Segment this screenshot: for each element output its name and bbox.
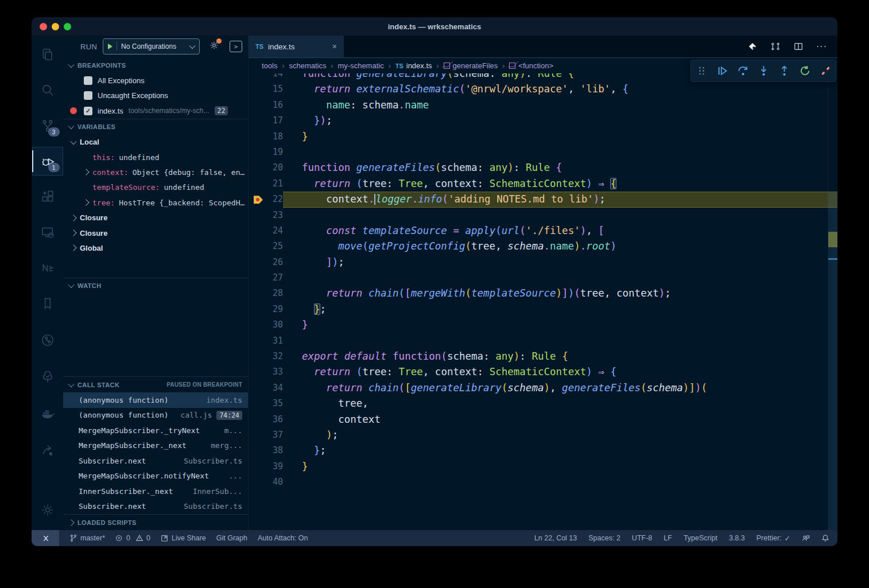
variable-row[interactable]: Closure [63,210,248,225]
code-line-15[interactable]: 15return externalSchematic('@nrwl/worksp… [249,81,837,97]
call-stack-frame[interactable]: InnerSubscriber._nextInnerSub... [63,484,248,499]
call-stack-frame[interactable]: Subscriber.nextSubscriber.ts [63,453,248,469]
compare-changes-icon[interactable] [770,41,781,52]
close-tab-icon[interactable]: × [332,42,337,51]
variable-row[interactable]: context:Object {debug: false, en… [63,165,248,180]
call-stack-frame[interactable]: MergeMapSubscriber._tryNextm... [63,423,248,438]
checkbox-unchecked[interactable] [84,91,92,100]
run-debug-icon[interactable]: 1 [32,147,63,176]
gutter-glyph-margin[interactable] [249,255,265,270]
gutter-glyph-margin[interactable] [249,239,265,254]
code-line-27[interactable]: 27 [249,270,837,286]
gutter-glyph-margin[interactable] [249,208,265,223]
breadcrumb-item[interactable]: tools [262,61,277,70]
eol-status[interactable]: LF [664,534,672,542]
code-line-39[interactable]: 39} [249,459,837,474]
gutter-glyph-margin[interactable] [249,443,265,458]
breakpoint-file-row[interactable]: ✓ index.ts tools/schematics/my-sch... 22 [63,103,248,119]
gutter-glyph-margin[interactable] [249,459,265,474]
settings-gear-icon[interactable] [32,496,63,524]
gutter-glyph-margin[interactable] [249,223,265,239]
variable-row[interactable]: this:undefined [63,150,248,165]
code-line-37[interactable]: 37); [249,427,837,443]
code-line-34[interactable]: 34return chain([generateLibrary(schema),… [249,380,837,396]
restart-icon[interactable] [800,65,810,76]
variable-row[interactable]: Global [63,240,248,255]
code-line-36[interactable]: 36context [249,412,837,427]
overview-ruler[interactable] [828,73,837,530]
code-line-40[interactable]: 40 [249,474,837,490]
code-line-19[interactable]: 19 [249,145,837,160]
loaded-scripts-section-header[interactable]: LOADED SCRIPTS [63,514,248,530]
code-line-23[interactable]: 23 [249,208,837,223]
breadcrumb-item[interactable]: schematics [289,61,326,70]
close-window-button[interactable] [40,23,47,30]
nx-console-icon[interactable] [32,254,63,282]
problems-status[interactable]: 0 0 [115,534,150,542]
breadcrumb-item[interactable]: TSindex.ts [395,61,432,70]
gutter-glyph-margin[interactable] [249,286,265,301]
code-line-31[interactable]: 31 [249,333,837,349]
notifications-bell-icon[interactable] [821,534,829,542]
call-stack-frame[interactable]: MergeMapSubscriber.notifyNext... [63,469,248,484]
gutter-glyph-margin[interactable] [249,176,265,192]
code-line-17[interactable]: 17}); [249,113,837,128]
docker-icon[interactable] [32,399,63,428]
debug-configuration-dropdown[interactable]: No Configurations [103,38,200,54]
live-share-status[interactable]: Live Share [161,534,206,542]
zoom-window-button[interactable] [64,23,71,30]
code-line-24[interactable]: 24const templateSource = apply(url('./fi… [249,223,837,239]
variable-row[interactable]: tree:HostTree {_backend: ScopedH… [63,195,248,210]
search-icon[interactable] [32,76,63,104]
gutter-glyph-margin[interactable] [249,129,265,145]
code-line-38[interactable]: 38}; [249,443,837,458]
breakpoints-section-header[interactable]: BREAKPOINTS [63,57,248,73]
extensions-icon[interactable] [32,182,63,211]
gutter-glyph-margin[interactable] [249,302,265,317]
step-into-icon[interactable] [758,65,769,76]
breadcrumb-item[interactable]: my-schematic [338,61,384,70]
ts-version-status[interactable]: 3.8.3 [729,534,745,542]
code-line-20[interactable]: 20function generateFiles(schema: any): R… [249,160,837,176]
call-stack-section-header[interactable]: CALL STACK PAUSED ON BREAKPOINT [63,376,248,392]
gutter-glyph-margin[interactable] [249,98,265,113]
git-graph-status[interactable]: Git Graph [216,534,247,542]
code-line-16[interactable]: 16name: schema.name [249,98,837,113]
code-line-21[interactable]: 21return (tree: Tree, context: Schematic… [249,176,837,192]
remote-explorer-icon[interactable] [32,218,63,247]
encoding-status[interactable]: UTF-8 [632,534,652,542]
disconnect-icon[interactable] [820,65,831,76]
live-share-icon[interactable] [32,436,63,465]
explorer-icon[interactable] [32,40,63,69]
open-changes-icon[interactable] [747,41,758,52]
variable-row[interactable]: Closure [63,225,248,240]
gutter-glyph-margin[interactable] [249,270,265,286]
indentation-status[interactable]: Spaces: 2 [588,534,620,542]
code-line-25[interactable]: 25move(getProjectConfig(tree, schema.nam… [249,239,837,254]
call-stack-frame[interactable]: MergeMapSubscriber._nextmerg... [63,438,248,454]
code-line-32[interactable]: 32export default function(schema: any): … [249,349,837,364]
gutter-glyph-margin[interactable] [249,380,265,396]
watch-section-header[interactable]: WATCH [63,278,248,294]
start-debug-icon[interactable] [108,44,112,49]
code-editor[interactable]: 14function generateLibrary(schema: any):… [249,73,837,530]
split-editor-icon[interactable] [793,41,804,52]
remote-indicator[interactable] [32,530,59,546]
step-out-icon[interactable] [779,65,790,76]
auto-attach-status[interactable]: Auto Attach: On [258,534,308,542]
feedback-icon[interactable] [802,534,810,542]
continue-icon[interactable] [717,65,728,76]
code-line-35[interactable]: 35tree, [249,396,837,411]
gutter-glyph-margin[interactable] [249,427,265,443]
code-line-28[interactable]: 28return chain([mergeWith(templateSource… [249,286,837,301]
gutter-glyph-margin[interactable] [249,145,265,160]
gutter-glyph-margin[interactable] [249,81,265,97]
code-line-18[interactable]: 18} [249,129,837,145]
gutter-glyph-margin[interactable] [249,349,265,364]
gutter-glyph-margin[interactable] [249,364,265,380]
debug-console-icon[interactable]: > [230,41,242,52]
minimize-window-button[interactable] [52,23,59,30]
breadcrumb-item[interactable]: <function> [509,61,553,70]
source-control-icon[interactable]: 3 [32,111,63,140]
toolbar-drag-handle[interactable] [696,65,707,76]
